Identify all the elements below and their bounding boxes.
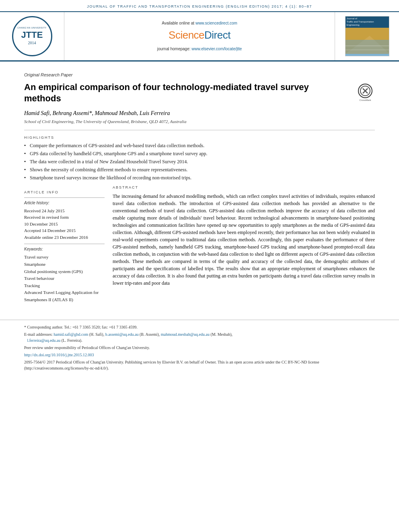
keyword-2: Smartphone (24, 261, 105, 268)
article-info-column: ARTICLE INFO Article history: Received 2… (24, 185, 105, 303)
divider-1 (24, 130, 375, 130)
jtte-logo-container: CHANG'AN UNIVERSITY JTTE 2014 (0, 12, 64, 60)
highlight-item-1: Compare the performances of GPS-assisted… (24, 142, 375, 149)
email-line: E-mail addresses: hamid.safi@ghd.com (H.… (24, 331, 375, 343)
email-mesbah[interactable]: mahmoud.mesbah@uq.edu.au (161, 332, 210, 337)
keywords-label: Keywords: (24, 246, 105, 252)
affiliation: School of Civil Engineering, The Univers… (24, 119, 375, 125)
two-column-section: ARTICLE INFO Article history: Received 2… (24, 185, 375, 303)
jtte-text: JTTE (21, 31, 43, 39)
abstract-label: ABSTRACT (113, 185, 375, 190)
sciencedirect-center: Available online at www.sciencedirect.co… (64, 12, 335, 60)
history-item-1: Received 24 July 2015 (24, 207, 105, 214)
email-hamid[interactable]: hamid.safi@ghd.com (53, 332, 88, 337)
article-info-label: ARTICLE INFO (24, 190, 105, 195)
footer-section: * Corresponding author. Tel.: +61 7 3365… (0, 320, 399, 376)
highlights-label: HIGHLIGHTS (24, 135, 375, 140)
history-item-3: 10 December 2015 (24, 221, 105, 228)
abstract-text: The increasing demand for advanced model… (113, 193, 375, 287)
email-ferreira[interactable]: l.ferreira@uq.edu.au (27, 338, 61, 343)
journal-name: Journal of Traffic and Transportation En… (87, 4, 312, 8)
highlight-item-3: The data were collected in a trial of Ne… (24, 158, 375, 165)
journal-cover-image: Journal ofTraffic and TransportationEngi… (345, 16, 389, 56)
corresponding-note: * Corresponding author. Tel.: +61 7 3365… (24, 324, 375, 330)
keyword-1: Travel survey (24, 254, 105, 261)
history-item-2: Received in revised form (24, 214, 105, 221)
keyword-6: Advanced Travel Logging Application for … (24, 289, 105, 303)
keyword-4: Travel behaviour (24, 275, 105, 282)
journal-header-bar: Journal of Traffic and Transportation En… (0, 0, 399, 12)
highlights-list: Compare the performances of GPS-assisted… (24, 142, 375, 181)
crossmark-label: CrossMark (359, 99, 371, 102)
keyword-5: Tracking (24, 282, 105, 290)
jtte-circle: CHANG'AN UNIVERSITY JTTE 2014 (12, 16, 52, 56)
journal-cover-graphic (346, 28, 389, 56)
email-assemi[interactable]: b.assemi@uq.edu.au (105, 332, 139, 337)
highlight-item-4: Shows the necessity of combining differe… (24, 166, 375, 173)
paper-title: An empirical comparison of four technolo… (24, 82, 319, 105)
university-arc-text: CHANG'AN UNIVERSITY (17, 27, 47, 30)
sciencedirect-logo: ScienceDirect (169, 28, 230, 42)
history-item-4: Accepted 14 December 2015 (24, 227, 105, 234)
crossmark-circle (358, 84, 372, 98)
peer-review-note: Peer review under responsibility of Peri… (24, 345, 375, 351)
doi-link[interactable]: http://dx.doi.org/10.1016/j.jtte.2015.12… (24, 353, 94, 357)
copyright-line: 2095-7564/© 2017 Periodical Offices of C… (24, 359, 375, 371)
journal-homepage-link[interactable]: www.elsevier.com/locate/jtte (191, 47, 242, 51)
abstract-column: ABSTRACT The increasing demand for advan… (113, 185, 375, 303)
science-text: Science (169, 29, 204, 41)
svg-rect-2 (346, 40, 389, 54)
direct-text: Direct (204, 29, 230, 41)
main-content: Original Research Paper An empirical com… (0, 62, 399, 311)
article-history-label: Article history: (24, 200, 105, 206)
history-item-5: Available online 23 December 2016 (24, 234, 105, 241)
crossmark-badge[interactable]: CrossMark (356, 83, 375, 103)
sciencedirect-url-link[interactable]: www.sciencedirect.com (195, 21, 237, 25)
journal-homepage-text: journal homepage: www.elsevier.com/locat… (157, 46, 242, 52)
paper-type: Original Research Paper (24, 72, 375, 78)
article-info-inner: Article history: Received 24 July 2015 R… (24, 197, 105, 241)
keyword-3: Global positioning system (GPS) (24, 268, 105, 275)
doi-line: http://dx.doi.org/10.1016/j.jtte.2015.12… (24, 352, 375, 358)
jtte-year: 2014 (28, 40, 36, 46)
keywords-section: Keywords: Travel survey Smartphone Globa… (24, 244, 105, 303)
authors-line: Hamid Safi, Behrang Assemi*, Mahmoud Mes… (24, 109, 375, 117)
highlight-item-5: Smartphone travel surveys increase the l… (24, 175, 375, 181)
journal-cover-container: Journal ofTraffic and TransportationEngi… (335, 12, 399, 60)
available-online-text: Available online at www.sciencedirect.co… (162, 21, 237, 26)
top-logos-section: CHANG'AN UNIVERSITY JTTE 2014 Available … (0, 12, 399, 62)
title-row: An empirical comparison of four technolo… (24, 82, 375, 109)
journal-cover-title: Journal ofTraffic and TransportationEngi… (346, 16, 389, 27)
highlight-item-2: GPS data collected by handheld GPS, smar… (24, 150, 375, 157)
